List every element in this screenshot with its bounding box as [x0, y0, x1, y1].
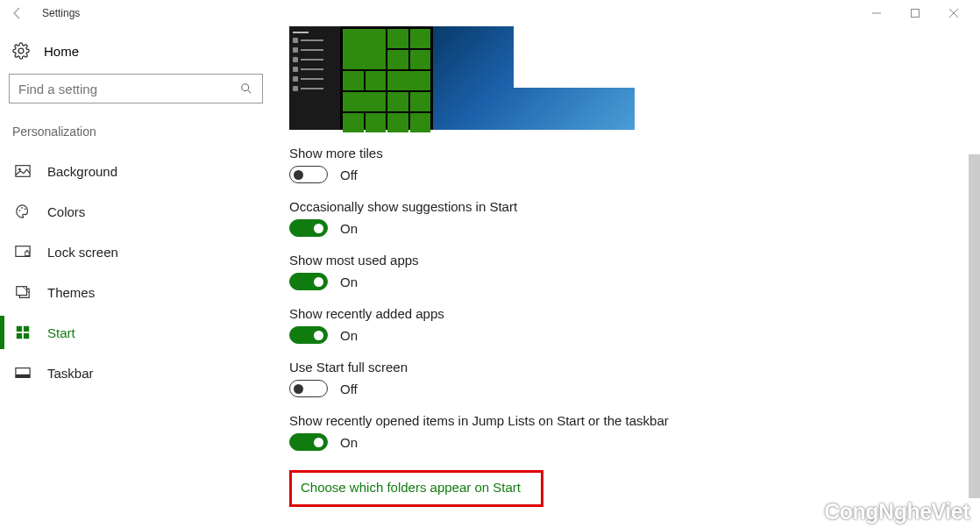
- svg-line-5: [248, 90, 252, 94]
- setting-recently-added: Show recently added apps On: [289, 306, 980, 344]
- toggle-state: On: [340, 435, 358, 450]
- toggle-most-used[interactable]: [289, 273, 328, 290]
- category-label: Personalization: [9, 121, 272, 151]
- toggle-full-screen[interactable]: [289, 380, 328, 397]
- setting-label: Show most used apps: [289, 253, 980, 268]
- picture-icon: [14, 162, 32, 180]
- toggle-recently-added[interactable]: [289, 326, 328, 344]
- setting-most-used: Show most used apps On: [289, 253, 980, 290]
- search-box[interactable]: [9, 74, 263, 103]
- svg-rect-16: [17, 333, 22, 339]
- back-button[interactable]: [7, 3, 28, 24]
- home-nav[interactable]: Home: [9, 37, 272, 74]
- svg-rect-12: [25, 252, 30, 256]
- setting-full-screen: Use Start full screen Off: [289, 360, 980, 397]
- minimize-button[interactable]: [857, 1, 896, 25]
- toggle-jump-lists[interactable]: [289, 433, 328, 451]
- highlight-box: Choose which folders appear on Start: [289, 470, 543, 507]
- home-label: Home: [44, 44, 79, 59]
- start-icon: [14, 324, 32, 341]
- search-icon: [239, 82, 253, 96]
- sidebar-item-colors[interactable]: Colors: [9, 191, 272, 232]
- search-input[interactable]: [18, 82, 239, 96]
- sidebar-item-label: Colors: [47, 204, 85, 219]
- setting-label: Show recently added apps: [289, 306, 980, 321]
- svg-rect-15: [24, 326, 29, 332]
- setting-suggestions: Occasionally show suggestions in Start O…: [289, 199, 980, 237]
- window-title: Settings: [42, 7, 80, 19]
- choose-folders-link[interactable]: Choose which folders appear on Start: [301, 480, 521, 495]
- toggle-state: On: [340, 275, 358, 289]
- sidebar-item-label: Start: [47, 325, 75, 340]
- gear-icon: [12, 42, 30, 60]
- scrollbar[interactable]: [969, 154, 980, 498]
- toggle-state: On: [340, 221, 358, 236]
- sidebar-item-label: Taskbar: [47, 366, 94, 381]
- setting-label: Show recently opened items in Jump Lists…: [289, 413, 980, 428]
- svg-rect-14: [17, 326, 22, 332]
- sidebar-item-lock-screen[interactable]: Lock screen: [9, 232, 272, 272]
- sidebar-item-background[interactable]: Background: [9, 151, 272, 191]
- themes-icon: [14, 283, 32, 301]
- toggle-show-more-tiles[interactable]: [289, 166, 328, 183]
- sidebar-item-start[interactable]: Start: [9, 312, 272, 353]
- setting-jump-lists: Show recently opened items in Jump Lists…: [289, 413, 980, 451]
- svg-point-10: [25, 208, 26, 210]
- toggle-state: Off: [340, 168, 358, 182]
- toggle-suggestions[interactable]: [289, 219, 328, 237]
- taskbar-icon: [14, 364, 32, 382]
- main-pane: Show more tiles Off Occasionally show su…: [272, 26, 980, 528]
- setting-label: Occasionally show suggestions in Start: [289, 199, 980, 214]
- svg-point-7: [18, 168, 21, 171]
- sidebar-item-themes[interactable]: Themes: [9, 272, 272, 312]
- sidebar-item-label: Lock screen: [47, 245, 118, 260]
- svg-point-8: [19, 210, 21, 211]
- svg-point-4: [242, 84, 249, 91]
- maximize-button[interactable]: [896, 1, 934, 25]
- svg-rect-17: [24, 333, 29, 339]
- toggle-state: On: [340, 328, 358, 343]
- setting-label: Show more tiles: [289, 146, 980, 161]
- sidebar-item-label: Background: [47, 164, 117, 179]
- svg-rect-19: [16, 375, 30, 378]
- start-preview: [289, 26, 635, 130]
- toggle-state: Off: [340, 382, 358, 396]
- setting-show-more-tiles: Show more tiles Off: [289, 146, 980, 183]
- sidebar-item-label: Themes: [47, 285, 95, 300]
- lock-screen-icon: [14, 243, 32, 260]
- setting-label: Use Start full screen: [289, 360, 980, 375]
- titlebar: Settings: [0, 0, 980, 26]
- svg-rect-13: [17, 287, 27, 296]
- sidebar-item-taskbar[interactable]: Taskbar: [9, 353, 272, 393]
- close-button[interactable]: [934, 1, 973, 25]
- svg-point-9: [21, 207, 23, 209]
- palette-icon: [14, 203, 32, 220]
- sidebar: Home Personalization Background Colors L…: [0, 26, 272, 528]
- svg-rect-1: [912, 10, 920, 18]
